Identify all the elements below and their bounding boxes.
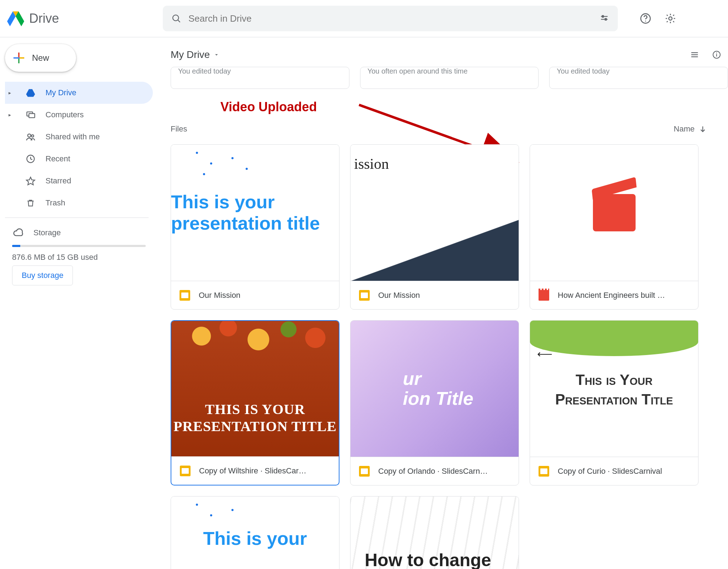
file-card-our-mission-2[interactable]: ission Our Mission (350, 144, 519, 310)
help-icon[interactable] (638, 11, 653, 26)
gear-icon[interactable] (663, 11, 678, 26)
storage-used-text: 876.6 MB of 15 GB used (12, 253, 146, 262)
file-card-partial-1[interactable]: This is your (171, 496, 339, 569)
file-card-orlando[interactable]: urion Title Copy of Orlando · SlidesCarn… (350, 320, 519, 485)
file-name: Our Mission (199, 291, 240, 300)
thumb-text: THIS IS YOURPRESENTATION TITLE (171, 401, 339, 435)
video-icon (539, 290, 549, 301)
search-icon (171, 14, 181, 23)
file-name: Copy of Wiltshire · SlidesCar… (199, 466, 306, 476)
drive-icon (7, 11, 24, 26)
slides-icon (180, 290, 190, 301)
suggest-row: You edited today You often open around t… (171, 67, 728, 89)
svg-rect-17 (18, 53, 20, 57)
file-card-video[interactable]: How Ancient Engineers built … (530, 144, 698, 310)
file-thumbnail: THIS IS YOURPRESENTATION TITLE (171, 321, 339, 456)
file-card-partial-2[interactable]: How to change (350, 496, 519, 569)
my-drive-icon (24, 86, 37, 99)
svg-point-6 (173, 15, 178, 21)
svg-point-31 (716, 53, 717, 53)
cloud-icon (12, 226, 25, 239)
recent-icon (24, 152, 37, 165)
chevron-down-icon (213, 52, 220, 58)
file-card-curio[interactable]: ⟵ This is YourPresentation Title Copy of… (530, 320, 698, 485)
star-icon (24, 175, 37, 187)
sidebar-item-label: Computers (46, 110, 84, 119)
file-thumbnail: ission (350, 145, 519, 281)
breadcrumb[interactable]: My Drive (171, 49, 220, 60)
caret-icon: ▸ (9, 90, 16, 96)
new-button-label: New (32, 53, 49, 63)
file-name: Copy of Curio · SlidesCarnival (558, 467, 662, 476)
file-card-our-mission[interactable]: This is your presentation title Our Miss… (171, 144, 339, 310)
trash-icon (24, 197, 37, 209)
main: My Drive You edited today You often open… (160, 39, 728, 569)
sidebar-item-my-drive[interactable]: ▸ My Drive (5, 82, 153, 104)
arrow-down-icon (699, 125, 707, 133)
file-grid: This is your presentation title Our Miss… (171, 144, 728, 569)
annotation-layer: Video Uploaded (171, 100, 728, 124)
drive-logo[interactable]: Drive (7, 11, 156, 26)
sidebar-item-computers[interactable]: ▸ Computers (5, 104, 153, 126)
caret-icon: ▸ (9, 112, 16, 118)
new-button[interactable]: New (5, 44, 76, 72)
sidebar-item-label: Trash (46, 198, 65, 208)
sidebar-item-trash[interactable]: Trash (5, 192, 153, 214)
info-icon[interactable] (712, 48, 721, 62)
storage-label: Storage (33, 228, 61, 237)
sidebar-item-label: Shared with me (46, 132, 100, 141)
file-thumbnail: This is your (171, 496, 339, 569)
thumb-text: How to change (365, 550, 491, 569)
app-name: Drive (29, 11, 59, 26)
file-card-wiltshire[interactable]: THIS IS YOURPRESENTATION TITLE Copy of W… (171, 320, 339, 485)
sidebar-item-label: Starred (46, 176, 71, 186)
svg-marker-19 (26, 89, 35, 97)
sidebar-item-recent[interactable]: Recent (5, 148, 153, 170)
svg-line-7 (178, 20, 180, 22)
shared-icon (24, 130, 37, 143)
sidebar: New ▸ My Drive ▸ Computers Shared with m… (0, 39, 153, 285)
video-clapperboard-icon (593, 194, 636, 231)
file-thumbnail: urion Title (350, 321, 519, 457)
svg-point-14 (669, 17, 672, 20)
storage-bar (12, 245, 146, 247)
file-thumbnail: How to change (350, 496, 519, 569)
file-name: Our Mission (378, 291, 420, 300)
file-thumbnail: ⟵ This is YourPresentation Title (530, 321, 698, 457)
list-view-icon[interactable] (687, 48, 702, 62)
svg-point-22 (28, 134, 31, 137)
sidebar-item-label: Recent (46, 154, 70, 163)
suggest-card[interactable]: You edited today (549, 67, 728, 89)
sort-label: Name (674, 124, 695, 134)
sidebar-item-starred[interactable]: Starred (5, 170, 153, 192)
file-thumbnail (530, 145, 698, 281)
search-box[interactable] (163, 6, 618, 31)
sort-button[interactable]: Name (674, 124, 707, 134)
annotation-text: Video Uploaded (220, 100, 317, 114)
thumb-text: ission (354, 155, 389, 172)
svg-marker-25 (26, 177, 34, 185)
thumb-text: This is your presentation title (171, 192, 339, 234)
sidebar-item-storage[interactable]: Storage (12, 226, 146, 239)
sidebar-item-shared[interactable]: Shared with me (5, 126, 153, 148)
plus-icon (13, 52, 25, 64)
header-icons (638, 11, 678, 26)
file-thumbnail: This is your presentation title (171, 145, 339, 281)
file-name: How Ancient Engineers built … (558, 291, 665, 300)
sidebar-item-label: My Drive (46, 88, 76, 97)
svg-point-23 (31, 135, 34, 137)
buy-storage-button[interactable]: Buy storage (12, 265, 73, 285)
svg-rect-21 (29, 114, 34, 118)
file-name: Copy of Orlando · SlidesCarn… (378, 467, 488, 476)
computers-icon (24, 108, 37, 121)
suggest-card[interactable]: You often open around this time (360, 67, 539, 89)
svg-rect-18 (20, 57, 24, 59)
storage-section: Storage 876.6 MB of 15 GB used Buy stora… (5, 221, 153, 285)
slides-icon (359, 466, 370, 477)
suggest-card[interactable]: You edited today (171, 67, 349, 89)
slides-icon (539, 466, 549, 477)
svg-point-13 (645, 21, 646, 22)
breadcrumb-label: My Drive (171, 49, 210, 60)
filter-icon[interactable] (599, 14, 609, 23)
search-input[interactable] (188, 13, 592, 24)
